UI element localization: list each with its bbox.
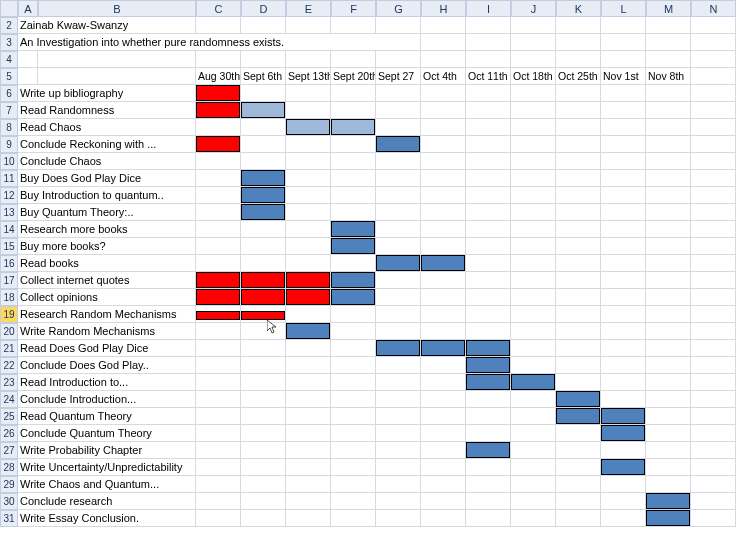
gantt-cell[interactable] bbox=[601, 510, 646, 527]
gantt-cell[interactable] bbox=[511, 289, 556, 306]
gantt-cell[interactable] bbox=[556, 238, 601, 255]
col-header-J[interactable]: J bbox=[511, 0, 556, 17]
gantt-cell[interactable] bbox=[691, 221, 736, 238]
gantt-cell[interactable] bbox=[556, 493, 601, 510]
gantt-cell[interactable] bbox=[376, 306, 421, 323]
gantt-cell[interactable] bbox=[646, 323, 691, 340]
gantt-cell[interactable] bbox=[556, 187, 601, 204]
gantt-cell[interactable] bbox=[376, 85, 421, 102]
gantt-cell[interactable] bbox=[421, 391, 466, 408]
gantt-cell[interactable] bbox=[691, 323, 736, 340]
task-label[interactable]: Write up bibliography bbox=[18, 85, 196, 102]
gantt-cell[interactable] bbox=[556, 204, 601, 221]
gantt-cell[interactable] bbox=[646, 289, 691, 306]
cell[interactable] bbox=[18, 51, 38, 68]
gantt-cell[interactable] bbox=[466, 306, 511, 323]
gantt-cell[interactable] bbox=[466, 289, 511, 306]
gantt-cell[interactable] bbox=[196, 255, 241, 272]
task-label[interactable]: Buy Quantum Theory:.. bbox=[18, 204, 196, 221]
gantt-cell[interactable] bbox=[241, 476, 286, 493]
gantt-cell[interactable] bbox=[556, 85, 601, 102]
gantt-cell[interactable] bbox=[601, 187, 646, 204]
col-header-L[interactable]: L bbox=[601, 0, 646, 17]
gantt-cell[interactable] bbox=[691, 289, 736, 306]
task-label[interactable]: Read Introduction to... bbox=[18, 374, 196, 391]
gantt-cell[interactable] bbox=[331, 204, 376, 221]
cell[interactable] bbox=[511, 51, 556, 68]
gantt-cell[interactable] bbox=[241, 391, 286, 408]
row-header[interactable]: 25 bbox=[0, 408, 18, 425]
gantt-cell[interactable] bbox=[601, 476, 646, 493]
gantt-cell[interactable] bbox=[421, 493, 466, 510]
gantt-cell[interactable] bbox=[466, 119, 511, 136]
gantt-cell[interactable] bbox=[466, 425, 511, 442]
gantt-cell[interactable] bbox=[376, 187, 421, 204]
gantt-cell[interactable] bbox=[601, 323, 646, 340]
gantt-cell[interactable] bbox=[601, 204, 646, 221]
gantt-cell[interactable] bbox=[331, 272, 376, 289]
gantt-cell[interactable] bbox=[511, 238, 556, 255]
gantt-cell[interactable] bbox=[331, 119, 376, 136]
gantt-cell[interactable] bbox=[466, 357, 511, 374]
gantt-cell[interactable] bbox=[691, 255, 736, 272]
gantt-cell[interactable] bbox=[601, 119, 646, 136]
gantt-cell[interactable] bbox=[241, 272, 286, 289]
gantt-cell[interactable] bbox=[556, 476, 601, 493]
task-label[interactable]: Read Does God Play Dice bbox=[18, 340, 196, 357]
gantt-cell[interactable] bbox=[196, 187, 241, 204]
cell[interactable] bbox=[646, 51, 691, 68]
gantt-cell[interactable] bbox=[286, 170, 331, 187]
row-header[interactable]: 31 bbox=[0, 510, 18, 527]
gantt-cell[interactable] bbox=[466, 272, 511, 289]
gantt-cell[interactable] bbox=[466, 102, 511, 119]
gantt-cell[interactable] bbox=[511, 476, 556, 493]
cell[interactable] bbox=[241, 17, 286, 34]
gantt-cell[interactable] bbox=[376, 510, 421, 527]
gantt-cell[interactable] bbox=[601, 238, 646, 255]
gantt-cell[interactable] bbox=[646, 102, 691, 119]
gantt-cell[interactable] bbox=[691, 340, 736, 357]
gantt-cell[interactable] bbox=[601, 221, 646, 238]
task-label[interactable]: Conclude Chaos bbox=[18, 153, 196, 170]
gantt-cell[interactable] bbox=[511, 136, 556, 153]
gantt-cell[interactable] bbox=[466, 187, 511, 204]
gantt-cell[interactable] bbox=[376, 272, 421, 289]
gantt-cell[interactable] bbox=[466, 323, 511, 340]
gantt-cell[interactable] bbox=[691, 204, 736, 221]
gantt-cell[interactable] bbox=[511, 340, 556, 357]
gantt-cell[interactable] bbox=[286, 153, 331, 170]
cell[interactable] bbox=[196, 17, 241, 34]
gantt-cell[interactable] bbox=[331, 238, 376, 255]
gantt-cell[interactable] bbox=[331, 289, 376, 306]
gantt-cell[interactable] bbox=[511, 425, 556, 442]
gantt-cell[interactable] bbox=[376, 221, 421, 238]
task-label[interactable]: Read Randomness bbox=[18, 102, 196, 119]
gantt-cell[interactable] bbox=[646, 391, 691, 408]
task-label[interactable]: Buy more books? bbox=[18, 238, 196, 255]
row-header[interactable]: 18 bbox=[0, 289, 18, 306]
gantt-cell[interactable] bbox=[556, 510, 601, 527]
gantt-cell[interactable] bbox=[691, 238, 736, 255]
gantt-cell[interactable] bbox=[601, 374, 646, 391]
gantt-cell[interactable] bbox=[421, 323, 466, 340]
gantt-cell[interactable] bbox=[196, 442, 241, 459]
gantt-cell[interactable] bbox=[196, 459, 241, 476]
gantt-cell[interactable] bbox=[691, 476, 736, 493]
task-label[interactable]: Write Uncertainty/Unpredictability bbox=[18, 459, 196, 476]
gantt-cell[interactable] bbox=[331, 476, 376, 493]
gantt-cell[interactable] bbox=[196, 85, 241, 102]
gantt-cell[interactable] bbox=[466, 221, 511, 238]
gantt-cell[interactable] bbox=[511, 493, 556, 510]
gantt-cell[interactable] bbox=[286, 459, 331, 476]
col-header-N[interactable]: N bbox=[691, 0, 736, 17]
task-label[interactable]: Conclude Does God Play.. bbox=[18, 357, 196, 374]
task-label[interactable]: Write Probability Chapter bbox=[18, 442, 196, 459]
date-header[interactable]: Oct 25th bbox=[556, 68, 601, 85]
gantt-cell[interactable] bbox=[421, 221, 466, 238]
task-label[interactable]: Collect internet quotes bbox=[18, 272, 196, 289]
gantt-cell[interactable] bbox=[511, 153, 556, 170]
gantt-cell[interactable] bbox=[421, 187, 466, 204]
gantt-cell[interactable] bbox=[421, 119, 466, 136]
date-header[interactable]: Oct 4th bbox=[421, 68, 466, 85]
gantt-cell[interactable] bbox=[196, 510, 241, 527]
